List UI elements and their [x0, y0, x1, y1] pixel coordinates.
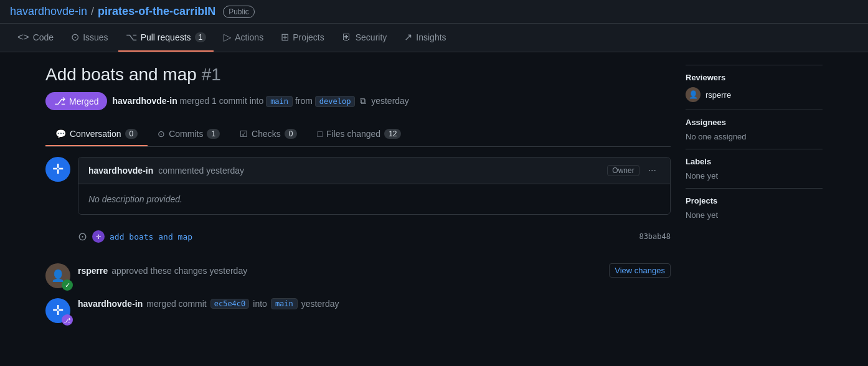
- comment-header-right: Owner ···: [607, 164, 660, 177]
- reviewer-name[interactable]: rsperre: [705, 90, 731, 100]
- tab-commits[interactable]: ⊙ Commits 1: [148, 123, 230, 146]
- actions-icon: ▷: [224, 31, 231, 43]
- merge-action-row: havardhovde-in merged commit ec5e4c0 int…: [78, 298, 671, 309]
- assignees-value: No one assigned: [686, 132, 823, 141]
- assignees-title: Assignees: [686, 118, 823, 127]
- pr-tabs: 💬 Conversation 0 ⊙ Commits 1 ☑ Checks 0 …: [45, 123, 671, 147]
- code-icon: <>: [17, 32, 29, 43]
- view-changes-button[interactable]: View changes: [609, 263, 671, 278]
- pr-title-text: Add boats and map: [45, 65, 197, 84]
- tab-files-changed[interactable]: □ Files changed 12: [307, 123, 411, 146]
- comment-content: havardhovde-in commented yesterday Owner…: [78, 157, 671, 253]
- issues-icon: ⊙: [71, 31, 79, 43]
- merge-into-text: into: [253, 299, 267, 309]
- commit-message[interactable]: add boats and map: [110, 232, 192, 242]
- commits-count: 1: [207, 129, 220, 139]
- pr-title: Add boats and map #1: [45, 65, 671, 85]
- pr-commit-word: commit into: [219, 96, 266, 106]
- tab-issues[interactable]: ⊙ Issues: [64, 24, 115, 52]
- tab-projects[interactable]: ⊞ Projects: [273, 24, 332, 52]
- reviewer-avatar: 👤: [686, 87, 701, 102]
- commit-row: ⊙ ✛ add boats and map 83bab48: [78, 225, 671, 248]
- reviewer-item: 👤 rsperre: [686, 87, 823, 102]
- nav-tabs: <> Code ⊙ Issues ⌥ Pull requests 1 ▷ Act…: [0, 24, 868, 52]
- merge-target-branch[interactable]: main: [271, 298, 298, 309]
- pr-number: #1: [202, 65, 221, 84]
- checks-icon: ☑: [240, 129, 248, 139]
- tab-code-label: Code: [33, 32, 54, 42]
- comment-username[interactable]: havardhovde-in: [88, 166, 153, 176]
- approve-username[interactable]: rsperre: [78, 266, 108, 276]
- base-branch[interactable]: main: [266, 96, 293, 107]
- repo-name[interactable]: pirates-of-the-carribIN: [98, 5, 215, 18]
- tab-actions-label: Actions: [235, 32, 263, 42]
- top-bar: havardhovde-in / pirates-of-the-carribIN…: [0, 0, 868, 24]
- comment-header: havardhovde-in commented yesterday Owner…: [78, 157, 670, 184]
- tab-pull-requests-label: Pull requests: [141, 32, 191, 42]
- pr-author[interactable]: havardhovde-in: [112, 96, 177, 106]
- approve-check-icon: ✓: [62, 279, 73, 291]
- tab-security[interactable]: ⛨ Security: [334, 24, 395, 52]
- sidebar-labels-section: Labels None yet: [686, 149, 823, 188]
- tab-pull-requests[interactable]: ⌥ Pull requests 1: [118, 24, 214, 52]
- repo-owner[interactable]: havardhovde-in: [10, 5, 87, 18]
- comment-body-text: No description provided.: [88, 194, 182, 204]
- security-icon: ⛨: [342, 32, 352, 43]
- merged-label: Merged: [69, 96, 98, 106]
- merge-commit-hash[interactable]: ec5e4c0: [210, 299, 250, 309]
- main-content: Add boats and map #1 ⎇ Merged havardhovd…: [35, 52, 833, 345]
- comment-body: No description provided.: [78, 184, 670, 214]
- commit-hash[interactable]: 83bab48: [639, 232, 671, 241]
- files-changed-icon: □: [317, 129, 322, 139]
- commits-label: Commits: [169, 129, 203, 139]
- projects-title: Projects: [686, 196, 823, 205]
- merge-content: havardhovde-in merged commit ec5e4c0 int…: [78, 298, 671, 309]
- projects-value: None yet: [686, 210, 823, 220]
- tab-conversation[interactable]: 💬 Conversation 0: [45, 123, 148, 146]
- visibility-badge: Public: [223, 6, 255, 18]
- commits-icon: ⊙: [158, 129, 165, 139]
- files-changed-label: Files changed: [326, 129, 380, 139]
- comment-header-left: havardhovde-in commented yesterday: [88, 166, 244, 176]
- commit-dot-indicator: ⊙: [78, 230, 87, 243]
- tab-insights[interactable]: ↗ Insights: [397, 24, 453, 52]
- merge-action-text: merged commit: [146, 299, 206, 309]
- tab-checks[interactable]: ☑ Checks 0: [230, 123, 307, 146]
- conversation-label: Conversation: [70, 129, 121, 139]
- approve-action-text: approved these changes yesterday: [111, 266, 247, 276]
- pr-meta-author-section: havardhovde-in merged 1 commit into main…: [112, 96, 408, 106]
- merge-username[interactable]: havardhovde-in: [78, 299, 143, 309]
- comment-timeline-item: ✛ havardhovde-in commented yesterday Own…: [45, 157, 671, 253]
- comment-avatar: ✛: [45, 157, 70, 182]
- sidebar-projects-section: Projects None yet: [686, 188, 823, 227]
- commit-author-avatar: ✛: [92, 230, 105, 243]
- repo-slash: /: [91, 5, 94, 18]
- sidebar: Reviewers 👤 rsperre Assignees No one ass…: [686, 65, 823, 333]
- tab-issues-label: Issues: [83, 32, 108, 42]
- more-options-button[interactable]: ···: [644, 164, 660, 177]
- approve-content: rsperre approved these changes yesterday…: [78, 263, 671, 278]
- checks-label: Checks: [252, 129, 281, 139]
- sidebar-assignees-section: Assignees No one assigned: [686, 110, 823, 149]
- tab-projects-label: Projects: [293, 32, 324, 42]
- copy-icon[interactable]: ⧉: [360, 96, 366, 106]
- tab-code[interactable]: <> Code: [10, 24, 61, 52]
- conversation-icon: 💬: [55, 129, 66, 139]
- pr-time: yesterday: [371, 96, 409, 106]
- tab-actions[interactable]: ▷ Actions: [216, 24, 271, 52]
- primary-column: Add boats and map #1 ⎇ Merged havardhovd…: [45, 65, 671, 333]
- pr-from-text: from: [295, 96, 315, 106]
- tab-security-label: Security: [356, 32, 387, 42]
- conversation-count: 0: [125, 129, 138, 139]
- tab-insights-label: Insights: [416, 32, 446, 42]
- merge-timeline-item: ✛ ⎇ havardhovde-in merged commit ec5e4c0…: [45, 298, 671, 323]
- projects-icon: ⊞: [281, 31, 289, 43]
- insights-icon: ↗: [404, 31, 412, 43]
- head-branch[interactable]: develop: [315, 96, 356, 107]
- merged-badge: ⎇ Merged: [45, 92, 107, 110]
- pull-requests-count: 1: [195, 32, 207, 42]
- commit-avatar-icon: ✛: [96, 233, 101, 240]
- comment-block: havardhovde-in commented yesterday Owner…: [78, 157, 671, 215]
- merge-time: yesterday: [301, 299, 339, 309]
- approve-action-row: rsperre approved these changes yesterday…: [78, 263, 671, 278]
